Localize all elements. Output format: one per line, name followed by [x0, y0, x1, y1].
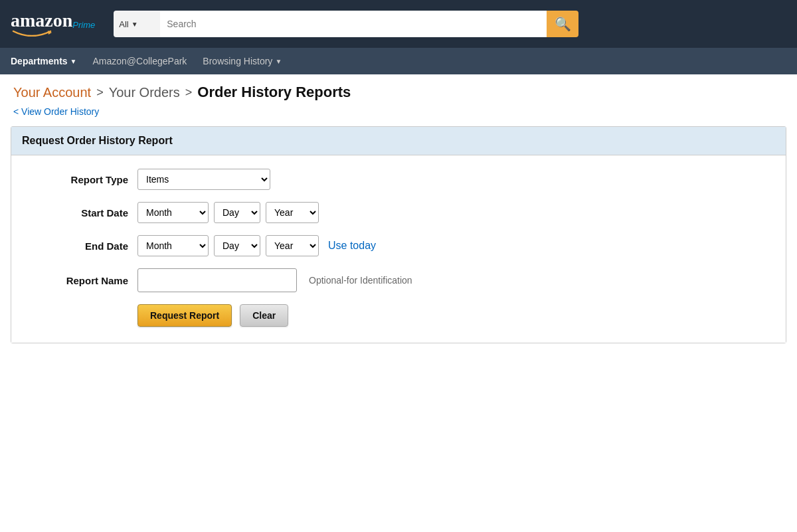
- report-name-controls: Optional-for Identification: [137, 268, 412, 292]
- search-bar: All ▼ 🔍: [114, 11, 578, 37]
- breadcrumb-orders[interactable]: Your Orders: [109, 85, 180, 100]
- departments-menu[interactable]: Departments ▼: [11, 56, 77, 66]
- end-day-select[interactable]: Day 12345 678910 1112131415 1617181920 2…: [214, 235, 260, 256]
- end-date-controls: Month JanuaryFebruaryMarch AprilMayJune …: [137, 235, 376, 256]
- end-date-label: End Date: [22, 240, 128, 252]
- search-icon: 🔍: [555, 16, 571, 32]
- main-content: Request Order History Report Report Type…: [0, 126, 797, 363]
- breadcrumb-current-page: Order History Reports: [197, 84, 351, 101]
- start-year-select[interactable]: Year 2024202320222021 2020201920182017 2…: [266, 202, 319, 223]
- start-date-controls: Month JanuaryFebruaryMarch AprilMayJune …: [137, 202, 319, 223]
- breadcrumb: Your Account > Your Orders > Order Histo…: [0, 74, 797, 105]
- logo-area: amazon Prime: [11, 11, 95, 37]
- departments-chevron-icon: ▼: [70, 58, 77, 65]
- view-history-section: < View Order History: [0, 105, 797, 126]
- clear-button[interactable]: Clear: [240, 304, 288, 327]
- report-type-select[interactable]: Items Orders Shipments Refunds Returns: [137, 169, 270, 190]
- browsing-history-chevron-icon: ▼: [275, 58, 282, 65]
- start-month-select[interactable]: Month JanuaryFebruaryMarch AprilMayJune …: [137, 202, 209, 223]
- use-today-link[interactable]: Use today: [328, 240, 376, 252]
- request-report-button[interactable]: Request Report: [137, 304, 232, 327]
- header-top: amazon Prime All ▼ 🔍: [0, 0, 797, 48]
- end-month-select[interactable]: Month JanuaryFebruaryMarch AprilMayJune …: [137, 235, 209, 256]
- start-date-label: Start Date: [22, 207, 128, 219]
- header-nav: Departments ▼ Amazon@CollegePark Browsin…: [0, 48, 797, 74]
- report-type-row: Report Type Items Orders Shipments Refun…: [22, 169, 775, 190]
- report-type-controls: Items Orders Shipments Refunds Returns: [137, 169, 270, 190]
- start-day-select[interactable]: Day 12345 678910 1112131415 1617181920 2…: [214, 202, 260, 223]
- report-name-row: Report Name Optional-for Identification: [22, 268, 775, 292]
- view-order-history-link[interactable]: < View Order History: [13, 106, 99, 117]
- report-type-label: Report Type: [22, 174, 128, 185]
- smile-icon: [11, 30, 53, 37]
- browsing-history-menu[interactable]: Browsing History ▼: [203, 56, 282, 66]
- search-input[interactable]: [160, 11, 547, 37]
- end-date-row: End Date Month JanuaryFebruaryMarch Apri…: [22, 235, 775, 256]
- search-button[interactable]: 🔍: [547, 11, 578, 37]
- report-name-label: Report Name: [22, 275, 128, 286]
- chevron-down-icon: ▼: [132, 21, 138, 28]
- report-name-input[interactable]: [137, 268, 297, 292]
- optional-text: Optional-for Identification: [309, 275, 412, 286]
- report-box-body: Report Type Items Orders Shipments Refun…: [11, 155, 786, 343]
- report-box-header: Request Order History Report: [11, 127, 786, 155]
- breadcrumb-sep-2: >: [185, 86, 193, 100]
- account-email-nav[interactable]: Amazon@CollegePark: [93, 56, 187, 66]
- amazon-logo[interactable]: amazon: [11, 11, 72, 30]
- buttons-row: Request Report Clear: [137, 304, 775, 327]
- breadcrumb-sep-1: >: [96, 86, 104, 100]
- end-year-select[interactable]: Year 2024202320222021 2020201920182017 2…: [266, 235, 319, 256]
- start-date-row: Start Date Month JanuaryFebruaryMarch Ap…: [22, 202, 775, 223]
- prime-badge: Prime: [72, 20, 95, 30]
- report-box: Request Order History Report Report Type…: [11, 126, 786, 343]
- search-category-dropdown[interactable]: All ▼: [114, 11, 160, 37]
- breadcrumb-account[interactable]: Your Account: [13, 85, 91, 100]
